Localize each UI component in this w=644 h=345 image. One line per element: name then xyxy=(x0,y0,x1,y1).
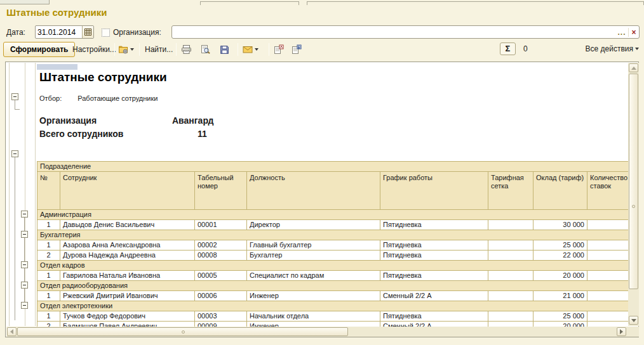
cell-number[interactable]: 2 xyxy=(37,251,60,261)
cell-rate-count[interactable] xyxy=(587,240,629,251)
cell-personnel-number[interactable]: 00001 xyxy=(195,220,247,230)
date-input[interactable] xyxy=(36,26,82,38)
choose-button[interactable]: ... xyxy=(615,28,628,37)
cell-personnel-number[interactable]: 00008 xyxy=(195,251,247,261)
cell-personnel-number[interactable]: 00002 xyxy=(195,240,247,251)
cell-tariff-scale[interactable] xyxy=(488,251,533,261)
cell-salary[interactable]: 20 000 xyxy=(533,322,587,327)
cell-rate-count[interactable] xyxy=(587,322,629,327)
cell-salary[interactable]: 25 000 xyxy=(533,311,587,322)
cell-tariff-scale[interactable] xyxy=(488,240,533,251)
generate-button[interactable]: Сформировать xyxy=(3,42,75,57)
find-button[interactable]: Найти... xyxy=(142,42,175,57)
print-button[interactable] xyxy=(181,43,192,56)
vertical-scrollbar-thumb[interactable] xyxy=(629,74,638,289)
settings-button[interactable]: Настройки... xyxy=(70,42,119,57)
sum-button[interactable]: Σ xyxy=(500,42,516,55)
cell-rate-count[interactable] xyxy=(587,251,629,261)
group-collapse-toggle[interactable] xyxy=(21,211,28,218)
cell-employee[interactable]: Ржевский Дмитрий Иванович xyxy=(60,291,195,301)
cell-schedule[interactable]: Сменный 2/2 А xyxy=(380,291,488,301)
scroll-left-button[interactable] xyxy=(7,327,17,336)
cell-salary[interactable]: 30 000 xyxy=(533,220,587,230)
cell-employee[interactable]: Давыдов Денис Васильевич xyxy=(60,220,195,230)
cell-rate-count[interactable] xyxy=(587,220,629,230)
department-name-cell[interactable]: Отдел кадров xyxy=(37,261,629,271)
group-collapse-toggle[interactable] xyxy=(21,302,28,309)
cell-personnel-number[interactable]: 00005 xyxy=(195,271,247,281)
cell-salary[interactable]: 20 000 xyxy=(533,271,587,281)
report-settings-button[interactable] xyxy=(118,43,134,56)
calendar-button[interactable] xyxy=(82,26,93,38)
cell-number[interactable]: 1 xyxy=(37,220,60,230)
cell-number[interactable]: 2 xyxy=(37,322,60,327)
cell-position[interactable]: Начальник отдела xyxy=(247,311,380,322)
column-header-cell-schedule[interactable]: График работы xyxy=(380,172,488,210)
paste-document-button[interactable] xyxy=(291,43,302,56)
cell-rate-count[interactable] xyxy=(587,291,629,301)
column-header-cell-position[interactable]: Должность xyxy=(247,172,380,210)
cell-salary[interactable]: 25 000 xyxy=(533,240,587,251)
cell-personnel-number[interactable]: 00003 xyxy=(195,311,247,322)
cell-position[interactable]: Директор xyxy=(247,220,380,230)
cell-employee[interactable]: Балмашов Павел Андреевич xyxy=(60,322,195,327)
print-preview-button[interactable] xyxy=(200,43,210,56)
cell-number[interactable]: 1 xyxy=(37,240,60,251)
cell-position[interactable]: Инженер xyxy=(247,291,380,301)
cell-schedule[interactable]: Пятидневка xyxy=(380,271,488,281)
cell-position[interactable]: Инженер xyxy=(247,322,380,327)
cell-employee[interactable]: Тучков Федор Федорович xyxy=(60,311,195,322)
cell-tariff-scale[interactable] xyxy=(488,220,533,230)
cell-position[interactable]: Бухгалтер xyxy=(247,251,380,261)
clear-button[interactable]: × xyxy=(628,28,639,37)
cell-employee[interactable]: Дурова Надежда Андреевна xyxy=(60,251,195,261)
vertical-scrollbar[interactable] xyxy=(628,63,639,326)
cell-rate-count[interactable] xyxy=(587,311,629,322)
column-header-cell-personnel-number[interactable]: Табельный номер xyxy=(195,172,247,210)
cell-tariff-scale[interactable] xyxy=(488,271,533,281)
organization-input[interactable] xyxy=(172,27,615,38)
department-name-cell[interactable]: Администрация xyxy=(37,210,629,220)
cell-personnel-number[interactable]: 00009 xyxy=(195,322,247,327)
department-name-cell[interactable]: Бухгалтерия xyxy=(37,230,629,240)
cell-schedule[interactable]: Пятидневка xyxy=(380,240,488,251)
column-header-cell-rate-count[interactable]: Количество ставок xyxy=(587,172,629,210)
save-button[interactable] xyxy=(220,43,229,56)
department-name-cell[interactable]: Отдел электротехники xyxy=(37,301,629,311)
cell-salary[interactable]: 21 000 xyxy=(533,291,587,301)
column-header-cell-tariff-scale[interactable]: Тарифная сетка xyxy=(488,172,533,210)
cell-employee[interactable]: Азарова Анна Александровна xyxy=(60,240,195,251)
section-collapse-toggle[interactable] xyxy=(11,150,18,157)
cell-rate-count[interactable] xyxy=(587,271,629,281)
mail-button[interactable] xyxy=(243,43,258,56)
scroll-right-button[interactable] xyxy=(617,327,626,336)
cell-employee[interactable]: Гаврилова Наталья Ивановна xyxy=(60,271,195,281)
scroll-up-button[interactable] xyxy=(629,63,638,72)
group-column-header-cell[interactable]: Подразделение xyxy=(37,162,629,172)
cell-schedule[interactable]: Сменный 2/2 А xyxy=(380,322,488,327)
cell-tariff-scale[interactable] xyxy=(488,322,533,327)
cell-schedule[interactable]: Пятидневка xyxy=(380,220,488,230)
column-header-cell-employee[interactable]: Сотрудник xyxy=(60,172,195,210)
scroll-down-button[interactable] xyxy=(629,316,638,325)
cell-schedule[interactable]: Пятидневка xyxy=(380,251,488,261)
cell-personnel-number[interactable]: 00006 xyxy=(195,291,247,301)
column-header-cell-salary[interactable]: Оклад (тариф) xyxy=(533,172,587,210)
section-collapse-toggle[interactable] xyxy=(11,93,18,100)
department-name-cell[interactable]: Отдел радиооборудования xyxy=(37,281,629,291)
group-collapse-toggle[interactable] xyxy=(21,282,28,289)
cell-number[interactable]: 1 xyxy=(37,291,60,301)
background-tab[interactable] xyxy=(0,0,50,4)
organization-checkbox[interactable] xyxy=(102,29,110,37)
group-collapse-toggle[interactable] xyxy=(21,261,28,268)
cell-tariff-scale[interactable] xyxy=(488,311,533,322)
cell-number[interactable]: 1 xyxy=(37,271,60,281)
horizontal-scrollbar[interactable] xyxy=(6,327,627,337)
cell-position[interactable]: Специалист по кадрам xyxy=(247,271,380,281)
copy-document-button[interactable] xyxy=(273,43,284,56)
cell-number[interactable]: 1 xyxy=(37,311,60,322)
group-collapse-toggle[interactable] xyxy=(21,231,28,238)
column-header-cell-number[interactable]: № xyxy=(37,172,60,210)
all-actions-button[interactable]: Все действия xyxy=(586,44,639,53)
cell-salary[interactable]: 22 000 xyxy=(533,251,587,261)
